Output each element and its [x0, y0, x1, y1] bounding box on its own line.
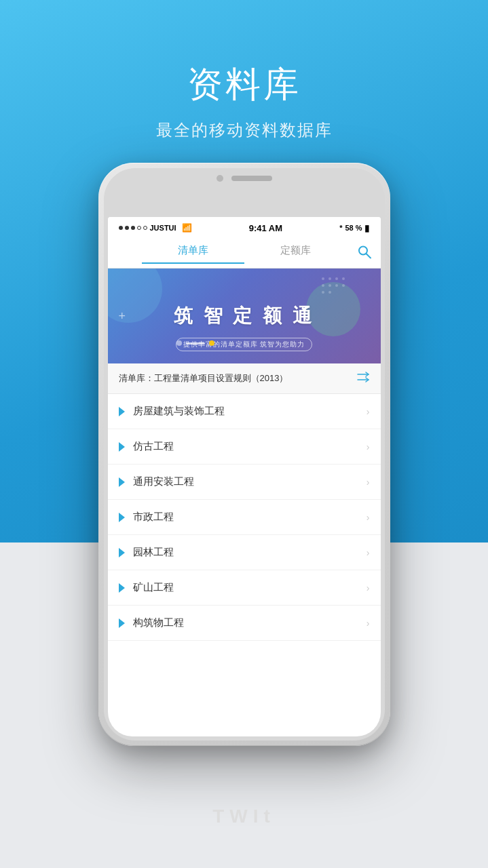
- list-header-text: 清单库：工程量清单项目设置规则（2013）: [119, 372, 288, 384]
- list-item[interactable]: 矿山工程 ›: [108, 570, 381, 606]
- status-bar: JUSTUI 📶 9:41 AM * 58 % ▮: [108, 217, 381, 239]
- phone-top-area: [98, 175, 390, 182]
- list-item[interactable]: 园林工程 ›: [108, 535, 381, 570]
- svg-point-2: [322, 277, 324, 280]
- list-item[interactable]: 构筑物工程 ›: [108, 606, 381, 641]
- banner-indicator: [176, 340, 214, 346]
- svg-line-1: [367, 254, 371, 258]
- svg-point-5: [342, 277, 345, 280]
- item-text: 通用安装工程: [133, 475, 367, 488]
- svg-point-3: [329, 277, 331, 280]
- item-arrow-icon: [119, 442, 125, 452]
- indicator-line: [186, 342, 205, 344]
- signal-dot-1: [119, 226, 123, 230]
- plus-icon: +: [119, 309, 126, 323]
- item-text: 矿山工程: [133, 581, 367, 594]
- svg-point-6: [322, 284, 324, 287]
- svg-point-7: [329, 284, 331, 287]
- chevron-right-icon: ›: [367, 477, 370, 488]
- list-item[interactable]: 通用安装工程 ›: [108, 465, 381, 500]
- item-text: 房屋建筑与装饰工程: [133, 405, 367, 418]
- banner-content: 筑 智 定 额 通: [174, 303, 314, 329]
- carrier-name: JUSTUI: [150, 224, 176, 232]
- svg-point-0: [359, 246, 367, 254]
- search-icon[interactable]: [358, 245, 371, 262]
- svg-point-8: [335, 284, 338, 287]
- tab-dinge[interactable]: 定额库: [244, 244, 347, 264]
- chevron-right-icon: ›: [367, 547, 370, 558]
- list-header: 清单库：工程量清单项目设置规则（2013）: [108, 363, 381, 394]
- signal-bars: [119, 226, 147, 230]
- item-arrow-icon: [119, 583, 125, 593]
- banner-dots-pattern: [320, 275, 347, 305]
- list-item[interactable]: 市政工程 ›: [108, 500, 381, 535]
- chevron-right-icon: ›: [367, 406, 370, 417]
- signal-dot-5: [143, 226, 147, 230]
- item-text: 市政工程: [133, 511, 367, 524]
- shuffle-icon[interactable]: [356, 372, 370, 385]
- phone-camera: [217, 175, 223, 182]
- item-text: 构筑物工程: [133, 616, 367, 629]
- status-right: * 58 % ▮: [339, 223, 369, 233]
- list-item[interactable]: 仿古工程 ›: [108, 429, 381, 465]
- phone-mockup: JUSTUI 📶 9:41 AM * 58 % ▮ 清单库 定额库: [98, 163, 390, 746]
- phone-speaker: [231, 176, 272, 181]
- tab-qingdan[interactable]: 清单库: [142, 244, 244, 264]
- status-left: JUSTUI 📶: [119, 223, 192, 233]
- phone-screen: JUSTUI 📶 9:41 AM * 58 % ▮ 清单库 定额库: [108, 217, 381, 736]
- nav-tabs: 清单库 定额库: [108, 239, 381, 269]
- banner-circle-1: [108, 269, 162, 323]
- watermark: TWIt: [0, 806, 488, 827]
- item-arrow-icon: [119, 477, 125, 487]
- page-title: 资料库: [0, 61, 488, 108]
- chevron-right-icon: ›: [367, 583, 370, 593]
- item-arrow-icon: [119, 513, 125, 522]
- indicator-dot-1: [176, 340, 182, 346]
- banner: 筑 智 定 额 通 提供丰富的清单定额库 筑智为您助力 +: [108, 269, 381, 363]
- list-item[interactable]: 房屋建筑与装饰工程 ›: [108, 394, 381, 429]
- chevron-right-icon: ›: [367, 512, 370, 523]
- item-text: 仿古工程: [133, 440, 367, 453]
- bluetooth-icon: *: [339, 224, 342, 232]
- battery-percent: 58 %: [345, 224, 362, 232]
- phone-outer: JUSTUI 📶 9:41 AM * 58 % ▮ 清单库 定额库: [98, 163, 390, 746]
- chevron-right-icon: ›: [367, 441, 370, 452]
- item-arrow-icon: [119, 407, 125, 416]
- header-section: 资料库 最全的移动资料数据库: [0, 61, 488, 141]
- signal-dot-4: [137, 226, 141, 230]
- item-arrow-icon: [119, 548, 125, 557]
- signal-dot-3: [131, 226, 135, 230]
- list-container: 房屋建筑与装饰工程 › 仿古工程 › 通用安装工程 › 市政工程 › 园林工程 …: [108, 394, 381, 641]
- svg-point-4: [335, 277, 338, 280]
- signal-dot-2: [125, 226, 129, 230]
- svg-point-10: [322, 291, 324, 294]
- item-arrow-icon: [119, 618, 125, 628]
- battery-icon: ▮: [364, 223, 369, 233]
- banner-title: 筑 智 定 额 通: [174, 303, 314, 329]
- page-subtitle: 最全的移动资料数据库: [0, 119, 488, 141]
- chevron-right-icon: ›: [367, 618, 370, 629]
- item-text: 园林工程: [133, 546, 367, 559]
- indicator-dot-active: [209, 340, 214, 346]
- svg-point-9: [342, 284, 345, 287]
- svg-point-11: [329, 291, 331, 294]
- wifi-icon: 📶: [182, 223, 192, 233]
- banner-subtitle: 提供丰富的清单定额库 筑智为您助力: [108, 337, 381, 351]
- status-time: 9:41 AM: [249, 223, 282, 233]
